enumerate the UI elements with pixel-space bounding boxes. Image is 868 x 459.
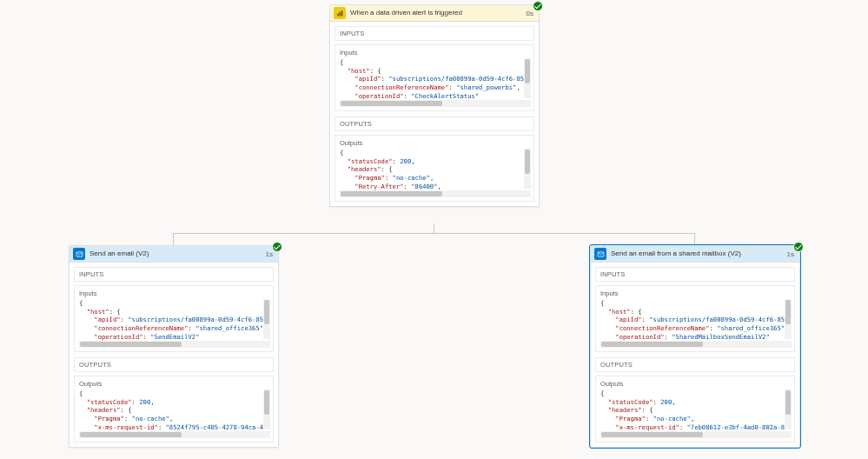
scrollbar-horizontal[interactable] [340, 190, 524, 197]
scrollbar-corner [785, 341, 792, 348]
card-title: Send an email from a shared mailbox (V2) [611, 248, 787, 260]
inputs-label: INPUTS [595, 267, 795, 282]
inputs-sub: Inputs [79, 289, 270, 297]
card-body: INPUTS Inputs { "host": { "apiId": "subs… [330, 22, 539, 206]
outputs-label: OUTPUTS [74, 357, 274, 372]
outputs-json-viewer[interactable]: { "statusCode": 200, "headers": { "Pragm… [600, 389, 792, 438]
card-body: INPUTS Inputs { "host": { "apiId": "subs… [591, 263, 799, 447]
outlook-icon [594, 248, 606, 260]
card-duration: 1s [787, 250, 794, 258]
card-duration: 1s [266, 250, 273, 258]
connector-line [694, 233, 695, 245]
outputs-label: OUTPUTS [335, 116, 534, 131]
inputs-sub: Inputs [340, 49, 531, 57]
outputs-sub: Outputs [600, 380, 792, 388]
inputs-label: INPUTS [335, 26, 534, 41]
svg-rect-0 [337, 13, 338, 16]
scrollbar-horizontal[interactable] [79, 341, 263, 348]
trigger-card[interactable]: When a data driven alert is triggered 0s… [329, 4, 540, 207]
outputs-label: OUTPUTS [595, 357, 795, 372]
svg-rect-1 [339, 11, 340, 16]
outputs-sub: Outputs [79, 380, 270, 388]
inputs-json-viewer[interactable]: { "host": { "apiId": "subscriptions/fa00… [79, 299, 270, 348]
scrollbar-horizontal[interactable] [600, 431, 785, 438]
connector-line [173, 233, 695, 234]
scrollbar-corner [524, 100, 531, 107]
outputs-sub: Outputs [340, 139, 531, 147]
scrollbar-vertical[interactable] [785, 389, 792, 429]
inputs-json-viewer[interactable]: { "host": { "apiId": "subscriptions/fa00… [600, 299, 792, 348]
inputs-box: Inputs { "host": { "apiId": "subscriptio… [335, 44, 534, 111]
outputs-box: Outputs { "statusCode": 200, "headers": … [595, 376, 795, 442]
outputs-json-viewer[interactable]: { "statusCode": 200, "headers": { "Pragm… [340, 149, 531, 197]
inputs-box: Inputs { "host": { "apiId": "subscriptio… [595, 285, 795, 352]
powerbi-icon [334, 7, 346, 19]
card-header[interactable]: When a data driven alert is triggered 0s [330, 5, 539, 22]
svg-rect-2 [341, 10, 342, 16]
action-card-right[interactable]: Send an email from a shared mailbox (V2)… [590, 245, 800, 448]
outlook-icon [73, 248, 85, 260]
success-check-icon [793, 242, 804, 252]
scrollbar-vertical[interactable] [524, 58, 531, 98]
scrollbar-vertical[interactable] [785, 299, 792, 339]
inputs-label: INPUTS [74, 267, 274, 282]
scrollbar-corner [785, 431, 792, 438]
scrollbar-horizontal[interactable] [340, 100, 524, 107]
scrollbar-vertical[interactable] [263, 299, 270, 339]
inputs-sub: Inputs [600, 289, 792, 297]
success-check-icon [272, 242, 282, 252]
outputs-box: Outputs { "statusCode": 200, "headers": … [74, 376, 274, 442]
connector-line [173, 233, 174, 245]
scrollbar-vertical[interactable] [524, 149, 531, 189]
outputs-json-viewer[interactable]: { "statusCode": 200, "headers": { "Pragm… [79, 389, 270, 438]
scrollbar-corner [263, 431, 270, 438]
scrollbar-horizontal[interactable] [600, 341, 785, 348]
scrollbar-horizontal[interactable] [79, 431, 263, 438]
success-check-icon [533, 1, 543, 11]
scrollbar-vertical[interactable] [263, 389, 270, 429]
card-header[interactable]: Send an email from a shared mailbox (V2)… [591, 246, 799, 263]
card-header[interactable]: Send an email (V2) 1s [70, 246, 278, 263]
outputs-box: Outputs { "statusCode": 200, "headers": … [335, 135, 534, 202]
scrollbar-corner [263, 341, 270, 348]
card-title: When a data driven alert is triggered [350, 7, 527, 19]
inputs-box: Inputs { "host": { "apiId": "subscriptio… [74, 285, 274, 352]
card-body: INPUTS Inputs { "host": { "apiId": "subs… [70, 263, 278, 447]
inputs-json-viewer[interactable]: { "host": { "apiId": "subscriptions/fa00… [340, 58, 531, 107]
card-title: Send an email (V2) [89, 248, 266, 260]
flow-run-canvas[interactable]: When a data driven alert is triggered 0s… [0, 0, 868, 459]
scrollbar-corner [524, 190, 531, 197]
action-card-left[interactable]: Send an email (V2) 1s INPUTS Inputs { "h… [69, 245, 279, 448]
card-duration: 0s [527, 10, 533, 17]
